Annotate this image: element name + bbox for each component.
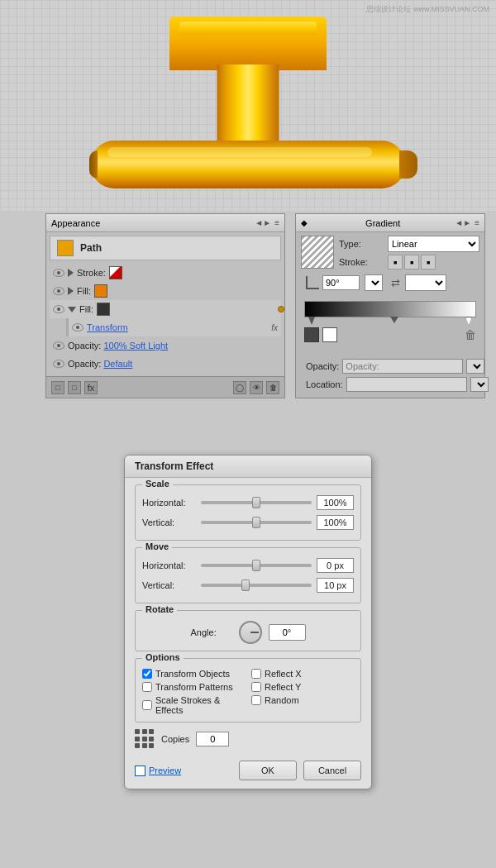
move-h-input[interactable] (317, 558, 354, 573)
grad-right-swatch[interactable] (322, 327, 337, 342)
copies-label: Copies (161, 734, 189, 744)
copies-input[interactable] (196, 732, 229, 746)
move-h-track[interactable] (201, 564, 312, 567)
stroke-icon-3[interactable]: ■ (421, 255, 436, 269)
reflect-x-checkbox[interactable] (251, 669, 261, 679)
reflect-y-row: Reflect Y (251, 682, 354, 692)
scale-h-track[interactable] (201, 501, 312, 504)
gradient-delete-icon[interactable]: 🗑 (465, 328, 476, 341)
options-grid: Transform Objects Transform Patterns Sca… (142, 669, 354, 715)
scale-h-input[interactable] (317, 495, 354, 510)
move-v-track[interactable] (201, 584, 312, 587)
fill2-expand-arrow[interactable] (68, 307, 76, 312)
stroke-icon-2[interactable]: ■ (404, 255, 419, 269)
scale-v-track[interactable] (201, 521, 312, 524)
random-checkbox[interactable] (251, 695, 261, 705)
appearance-controls[interactable]: ◄► ≡ (255, 218, 279, 227)
fill2-visibility-eye[interactable] (53, 305, 64, 313)
dialog-title: Transform Effect (135, 460, 213, 472)
move-v-thumb[interactable] (241, 579, 250, 591)
menu-icon-gradient[interactable]: ≡ (475, 218, 479, 227)
copies-dot-9 (149, 743, 154, 748)
duplicate-icon[interactable]: □ (68, 381, 81, 394)
collapse-icon[interactable]: ◄► (255, 218, 271, 227)
fill2-color-swatch[interactable] (97, 303, 110, 316)
angle-select2[interactable] (405, 274, 446, 291)
move-h-label: Horizontal: (142, 560, 196, 570)
reflect-y-checkbox[interactable] (251, 682, 261, 692)
stroke-row: Stroke: (50, 264, 281, 282)
opacity2-value[interactable]: Default (103, 359, 132, 369)
stroke-icon-1[interactable]: ■ (388, 255, 403, 269)
canvas-area: 思综设计论坛 www.MISSVUAN.COM (0, 0, 496, 211)
reverse-icon[interactable]: ⇄ (391, 277, 400, 289)
eye-all-icon[interactable]: 👁 (250, 381, 263, 394)
transform-visibility-eye[interactable] (72, 323, 83, 331)
gradient-stop-left[interactable] (308, 317, 315, 325)
options-col-right: Reflect X Reflect Y Random (251, 669, 354, 715)
angle-wheel[interactable] (239, 621, 262, 644)
scale-h-thumb[interactable] (252, 497, 260, 508)
appearance-panel: Appearance ◄► ≡ Path Stroke: (45, 213, 285, 398)
transform-patterns-checkbox[interactable] (142, 682, 152, 692)
fill1-visibility-eye[interactable] (53, 287, 64, 295)
scale-strokes-checkbox[interactable] (142, 700, 152, 710)
dialog-titlebar: Transform Effect (125, 455, 371, 478)
move-h-thumb[interactable] (252, 560, 260, 571)
fill1-expand-arrow[interactable] (68, 287, 74, 295)
copies-dot-3 (149, 729, 154, 734)
gradient-controls[interactable]: ◄► ≡ (455, 218, 479, 227)
fx-button[interactable]: fx (84, 381, 98, 394)
scale-h-row: Horizontal: (142, 495, 354, 510)
add-new-layer-icon[interactable]: □ (51, 381, 64, 394)
opacity1-row: Opacity: 100% Soft Light (50, 336, 281, 355)
opacity2-label: Opacity: Default (68, 359, 132, 369)
scale-v-thumb[interactable] (252, 517, 260, 528)
move-v-input[interactable] (317, 578, 354, 593)
type-select[interactable]: Linear Radial (388, 236, 479, 252)
menu-icon[interactable]: ≡ (274, 218, 279, 227)
opacity2-visibility-eye[interactable] (53, 360, 64, 368)
fill1-color-swatch[interactable] (94, 284, 107, 298)
collapse-icon-gradient[interactable]: ◄► (455, 218, 471, 227)
cancel-button[interactable]: Cancel (303, 761, 361, 780)
transform-patterns-row: Transform Patterns (142, 682, 245, 692)
opacity1-label: Opacity: 100% Soft Light (68, 341, 168, 351)
scale-v-input[interactable] (317, 515, 354, 530)
location-row-gradient: Location: (301, 375, 479, 393)
transform-objects-checkbox[interactable] (142, 669, 152, 679)
copies-dot-8 (142, 743, 147, 748)
opacity2-row: Opacity: Default (50, 355, 281, 373)
scale-h-label: Horizontal: (142, 498, 196, 508)
preview-label[interactable]: Preview (149, 765, 181, 775)
gradient-preview-swatch[interactable] (301, 236, 334, 269)
gradient-titlebar: ◆ Gradient ◄► ≡ (296, 214, 484, 232)
gradient-bar[interactable] (304, 301, 476, 317)
angle-input[interactable] (322, 275, 360, 290)
location-input-gradient[interactable] (346, 377, 467, 392)
stroke-color-swatch[interactable] (109, 266, 122, 279)
stroke-expand-arrow[interactable] (68, 269, 74, 277)
opacity1-value[interactable]: 100% Soft Light (103, 341, 168, 351)
angle-select[interactable] (365, 274, 383, 291)
gradient-panel: ◆ Gradient ◄► ≡ Type: Linear Radial (295, 213, 485, 398)
move-legend: Move (142, 541, 172, 551)
stroke-visibility-eye[interactable] (53, 269, 64, 277)
opacity-input-gradient[interactable] (342, 359, 463, 374)
gradient-stop-right[interactable] (465, 317, 472, 325)
preview-checkbox[interactable] (135, 765, 145, 776)
transform-label[interactable]: Transform (87, 322, 128, 332)
transform-objects-label: Transform Objects (155, 669, 230, 679)
opacity1-visibility-eye[interactable] (53, 341, 64, 350)
location-select-gradient[interactable] (470, 377, 489, 392)
grad-left-swatch[interactable] (304, 327, 319, 342)
ok-button[interactable]: OK (239, 761, 297, 780)
fill-row-1: Fill: (50, 282, 281, 300)
angle-icon-gradient (306, 276, 319, 289)
path-label: Path (80, 242, 102, 254)
copies-dot-7 (135, 743, 140, 748)
opacity-select-gradient[interactable] (466, 359, 484, 374)
clear-icon[interactable]: ◯ (233, 381, 246, 394)
angle-value-input[interactable] (269, 624, 306, 641)
delete-item-icon[interactable]: 🗑 (266, 381, 279, 394)
